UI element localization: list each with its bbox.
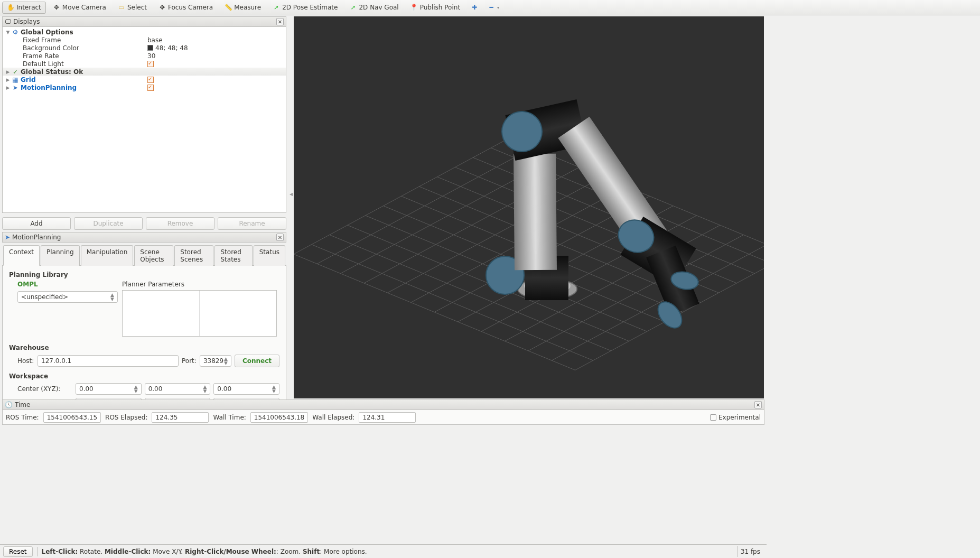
grid-checkbox[interactable]	[147, 77, 154, 83]
mp-tabs: Context Planning Manipulation Scene Obje…	[2, 245, 286, 266]
spinner-icon[interactable]: ▲▼	[224, 357, 228, 365]
rename-button[interactable]: Rename	[218, 217, 286, 230]
tab-planning[interactable]: Planning	[41, 245, 80, 266]
displays-tree[interactable]: ▼ ⚙ Global Options Fixed Frame base Back…	[2, 27, 286, 213]
spinner-icon[interactable]: ▲▼	[134, 385, 138, 393]
wall-elapsed-field[interactable]: 124.31	[359, 412, 416, 423]
time-panel: 🕓 Time ✕ ROS Time: 1541006543.15 ROS Ela…	[2, 399, 764, 425]
default-light-checkbox[interactable]	[147, 61, 154, 67]
chevron-right-icon[interactable]: ▶	[5, 85, 11, 90]
displays-panel-header: 🖵 Displays ✕	[2, 16, 286, 27]
spinner-icon[interactable]: ▲▼	[272, 385, 276, 393]
port-input[interactable]: 33829▲▼	[200, 355, 231, 367]
experimental-checkbox[interactable]	[710, 414, 716, 421]
tab-manipulation[interactable]: Manipulation	[81, 245, 134, 266]
render-view[interactable]	[294, 16, 764, 398]
status-bar: Reset Left-Click: Rotate. Middle-Click: …	[0, 544, 767, 558]
time-body: ROS Time: 1541006543.15 ROS Elapsed: 124…	[2, 410, 764, 425]
chevron-down-icon[interactable]: ▼	[5, 30, 11, 35]
connect-button[interactable]: Connect	[235, 355, 279, 367]
tree-global-status[interactable]: ▶ ✓ Global Status: Ok	[3, 68, 286, 76]
focus-icon: ✥	[158, 4, 166, 11]
arrow-green-icon: ➚	[349, 4, 357, 11]
tree-motion-planning[interactable]: ▶ ➤ MotionPlanning	[3, 83, 286, 91]
chevron-right-icon[interactable]: ▶	[5, 77, 11, 82]
center-y-input[interactable]: 0.00▲▼	[145, 383, 211, 395]
time-title: Time	[15, 401, 30, 408]
tree-fixed-frame[interactable]: Fixed Frame base	[3, 36, 286, 44]
minus-icon: ━	[488, 4, 495, 11]
planner-select[interactable]: <unspecified> ▲▼	[17, 291, 118, 303]
plus-icon: ✚	[471, 4, 478, 11]
move-camera-button[interactable]: ✥ Move Camera	[48, 2, 111, 14]
tab-context[interactable]: Context	[3, 245, 40, 266]
motion-planning-checkbox[interactable]	[147, 85, 154, 91]
publish-point-label: Publish Point	[420, 4, 460, 11]
fixed-frame-value[interactable]: base	[147, 36, 163, 44]
publish-point-button[interactable]: 📍 Publish Point	[406, 2, 465, 14]
focus-camera-label: Focus Camera	[168, 4, 213, 11]
planner-params-heading: Planner Parameters	[122, 281, 277, 288]
chevron-right-icon[interactable]: ▶	[5, 69, 11, 75]
center-label: Center (XYZ):	[9, 385, 72, 393]
interact-label: Interact	[16, 4, 41, 11]
status-hint: Left-Click: Rotate. Middle-Click: Move X…	[42, 548, 367, 555]
duplicate-button[interactable]: Duplicate	[74, 217, 143, 230]
experimental-label: Experimental	[718, 414, 761, 421]
focus-camera-button[interactable]: ✥ Focus Camera	[154, 2, 218, 14]
workspace-heading: Workspace	[9, 373, 279, 380]
center-z-input[interactable]: 0.00▲▼	[213, 383, 279, 395]
move-camera-label: Move Camera	[62, 4, 106, 11]
add-tool-button[interactable]: ✚	[467, 2, 482, 14]
center-x-input[interactable]: 0.00▲▼	[76, 383, 142, 395]
planning-library-heading: Planning Library	[9, 271, 279, 278]
bg-color-value[interactable]: 48; 48; 48	[147, 44, 188, 52]
tree-global-options[interactable]: ▼ ⚙ Global Options	[3, 28, 286, 36]
tab-status[interactable]: Status	[254, 245, 285, 266]
pose-estimate-button[interactable]: ➚ 2D Pose Estimate	[268, 2, 342, 14]
frame-rate-value[interactable]: 30	[147, 52, 155, 60]
tab-stored-scenes[interactable]: Stored Scenes	[174, 245, 213, 266]
reset-button[interactable]: Reset	[3, 546, 33, 557]
close-icon[interactable]: ✕	[276, 234, 284, 241]
motion-planning-panel-header: ➤ MotionPlanning ✕	[2, 232, 286, 243]
select-button[interactable]: ▭ Select	[113, 2, 152, 14]
move-icon: ✥	[53, 4, 60, 11]
tab-stored-states[interactable]: Stored States	[214, 245, 252, 266]
wall-time-field[interactable]: 1541006543.18	[250, 412, 308, 423]
warehouse-heading: Warehouse	[9, 344, 279, 351]
monitor-icon: 🖵	[5, 18, 11, 25]
tree-grid[interactable]: ▶ ▦ Grid	[3, 76, 286, 83]
nav-goal-button[interactable]: ➚ 2D Nav Goal	[344, 2, 403, 14]
host-input[interactable]: 127.0.0.1	[38, 355, 179, 367]
add-button[interactable]: Add	[2, 217, 71, 230]
spinner-icon[interactable]: ▲▼	[203, 385, 207, 393]
interact-button[interactable]: ✋ Interact	[2, 2, 46, 14]
time-panel-header: 🕓 Time ✕	[2, 399, 764, 410]
close-icon[interactable]: ✕	[276, 18, 284, 25]
remove-button[interactable]: Remove	[146, 217, 214, 230]
ros-time-field[interactable]: 1541006543.15	[43, 412, 101, 423]
close-icon[interactable]: ✕	[754, 401, 762, 408]
splitter-handle[interactable]: ◂	[290, 190, 293, 222]
motion-icon: ➤	[5, 234, 10, 241]
gear-icon: ⚙	[11, 29, 20, 36]
ros-elapsed-field[interactable]: 124.35	[152, 412, 209, 423]
check-icon: ✓	[11, 68, 20, 76]
tab-scene-objects[interactable]: Scene Objects	[134, 245, 173, 266]
motion-planning-title: MotionPlanning	[12, 234, 61, 241]
remove-tool-button[interactable]: ━ ▾	[484, 2, 503, 14]
tree-default-light[interactable]: Default Light	[3, 60, 286, 68]
pose-estimate-label: 2D Pose Estimate	[282, 4, 338, 11]
tree-frame-rate[interactable]: Frame Rate 30	[3, 52, 286, 60]
planner-params-table[interactable]	[122, 290, 277, 337]
select-icon: ▭	[118, 4, 125, 11]
host-label: Host:	[9, 357, 34, 365]
measure-button[interactable]: 📏 Measure	[220, 2, 266, 14]
tab-body-context: Planning Library OMPL <unspecified> ▲▼ P…	[2, 266, 286, 407]
ompl-label: OMPL	[9, 281, 115, 288]
port-label: Port:	[182, 357, 197, 365]
tree-bg-color[interactable]: Background Color 48; 48; 48	[3, 44, 286, 52]
ruler-icon: 📏	[225, 4, 232, 11]
fps-display: 31 fps	[737, 546, 763, 557]
